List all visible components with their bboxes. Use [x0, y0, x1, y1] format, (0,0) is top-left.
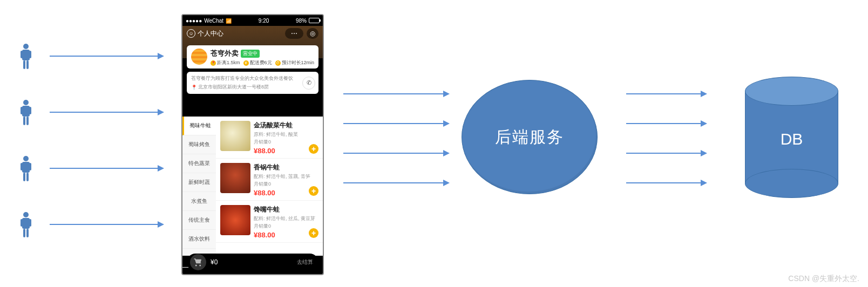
arrow-user-to-phone — [50, 224, 163, 225]
dish-image — [220, 205, 250, 235]
dish-list: 金汤酸菜牛蛙 原料: 鲜活牛蛙, 酸菜 月销量0 ¥88.00 + 香锅牛蛙 配… — [216, 117, 323, 256]
category-item[interactable]: 酒水饮料 — [182, 230, 216, 249]
arrow-phone-to-backend — [343, 153, 449, 154]
user-icon — [19, 155, 32, 182]
open-badge: 营业中 — [241, 50, 260, 58]
category-item[interactable]: 特色蒸菜 — [182, 154, 216, 173]
close-miniprogram-button[interactable]: ◎ — [307, 28, 318, 39]
arrow-phone-to-backend — [343, 123, 449, 124]
user-icon — [19, 43, 32, 70]
dish-sub: 配料: 鲜活牛蛙, 莲藕, 青笋 — [254, 173, 318, 180]
add-to-cart-button[interactable]: + — [309, 144, 318, 154]
battery-pct: 98% — [296, 18, 307, 24]
personal-center-link[interactable]: ☺ 个人中心 — [187, 29, 223, 38]
dish-name: 香锅牛蛙 — [254, 163, 318, 172]
arrow-backend-to-db — [626, 93, 706, 94]
arrow-backend-to-db — [626, 123, 706, 124]
backend-label: 后端服务 — [495, 126, 564, 148]
dish-sales: 月销量0 — [254, 139, 318, 146]
dish-name: 金汤酸菜牛蛙 — [254, 121, 318, 130]
dish-item[interactable]: 金汤酸菜牛蛙 原料: 鲜活牛蛙, 酸菜 月销量0 ¥88.00 + — [216, 117, 323, 159]
shop-description: 苍穹餐厅为顾客打造专业的大众化美食外送餐饮 📍北京市朝阳区新街大道一号楼8层 ✆ — [187, 72, 318, 94]
menu-area: 蜀味牛蛙 蜀味烤鱼 特色蒸菜 新鲜时蔬 水煮鱼 传统主食 酒水饮料 汤类 金汤酸… — [182, 117, 323, 256]
category-item[interactable]: 蜀味烤鱼 — [182, 135, 216, 154]
user-icon — [19, 99, 32, 126]
svg-rect-19 — [22, 218, 30, 229]
call-shop-button[interactable]: ✆ — [302, 77, 315, 90]
personal-center-label: 个人中心 — [198, 29, 223, 38]
pin-icon: 📍 — [191, 85, 197, 90]
svg-rect-4 — [23, 60, 25, 69]
category-item[interactable]: 蜀味牛蛙 — [182, 117, 216, 135]
arrow-phone-to-backend — [343, 182, 449, 183]
svg-rect-21 — [29, 219, 31, 227]
svg-rect-8 — [21, 107, 23, 114]
distance-chip: 📍距离1.5km — [211, 59, 240, 66]
cart-icon — [190, 254, 206, 270]
signal-dots-icon: ●●●●● — [186, 18, 202, 24]
add-to-cart-button[interactable]: + — [309, 228, 318, 238]
svg-point-6 — [23, 100, 29, 105]
status-bar: ●●●●● WeChat 9:20 98% — [182, 15, 323, 26]
arrow-user-to-phone — [50, 112, 163, 113]
carrier-label: WeChat — [204, 18, 223, 24]
dish-sales: 月销量0 — [254, 181, 318, 188]
arrow-phone-to-backend — [343, 93, 449, 94]
cart-total: ¥0 — [211, 258, 218, 266]
watermark: CSDN @失重外太空. — [788, 274, 859, 284]
shop-name: 苍穹外卖 — [211, 49, 239, 58]
svg-rect-16 — [23, 173, 25, 181]
more-button[interactable]: ⋯ — [285, 28, 303, 39]
dish-sub: 原料: 鲜活牛蛙, 酸菜 — [254, 131, 318, 138]
checkout-button[interactable]: 去结算 — [297, 258, 313, 266]
shop-card: 苍穹外卖 营业中 📍距离1.5km ¥配送费6元 ⏱预计时长12min — [187, 45, 318, 69]
svg-rect-14 — [21, 163, 23, 170]
svg-point-0 — [23, 44, 29, 49]
dish-item[interactable]: 馋嘴牛蛙 配料: 鲜活牛蛙, 丝瓜, 黄豆芽 月销量0 ¥88.00 + — [216, 201, 323, 243]
svg-rect-9 — [29, 107, 31, 114]
battery-icon — [309, 18, 320, 23]
svg-rect-7 — [22, 106, 30, 117]
svg-rect-2 — [21, 51, 23, 58]
shop-desc-text: 苍穹餐厅为顾客打造专业的大众化美食外送餐饮 — [191, 75, 314, 82]
svg-rect-1 — [22, 50, 30, 60]
dish-image — [220, 163, 250, 193]
arrow-user-to-phone — [50, 168, 163, 169]
svg-rect-11 — [26, 117, 29, 125]
svg-rect-20 — [21, 219, 23, 227]
cart-bar[interactable]: ¥0 去结算 — [187, 254, 318, 271]
avatar-icon: ☺ — [187, 29, 195, 38]
clock: 9:20 — [259, 18, 269, 24]
arrow-user-to-phone — [50, 56, 163, 57]
shop-logo-icon — [191, 49, 207, 65]
category-item[interactable]: 水煮鱼 — [182, 192, 216, 211]
user-icon — [19, 211, 32, 238]
add-to-cart-button[interactable]: + — [309, 186, 318, 196]
svg-rect-22 — [23, 229, 25, 237]
svg-rect-15 — [29, 163, 31, 170]
svg-point-18 — [23, 212, 29, 217]
eta-chip: ⏱预计时长12min — [275, 59, 315, 66]
arrow-backend-to-db — [626, 153, 706, 154]
dish-sales: 月销量0 — [254, 223, 318, 230]
arrow-backend-to-db — [626, 182, 706, 183]
svg-rect-23 — [26, 229, 29, 237]
phone-mock: ●●●●● WeChat 9:20 98% ☺ 个人中心 ⋯ ◎ — [182, 15, 323, 274]
dish-item[interactable]: 香锅牛蛙 配料: 鲜活牛蛙, 莲藕, 青笋 月销量0 ¥88.00 + — [216, 159, 323, 201]
database-node: DB — [745, 77, 838, 198]
db-label: DB — [745, 130, 838, 148]
category-item[interactable]: 传统主食 — [182, 211, 216, 230]
category-item[interactable]: 新鲜时蔬 — [182, 173, 216, 192]
dish-sub: 配料: 鲜活牛蛙, 丝瓜, 黄豆芽 — [254, 215, 318, 222]
category-list: 蜀味牛蛙 蜀味烤鱼 特色蒸菜 新鲜时蔬 水煮鱼 传统主食 酒水饮料 汤类 — [182, 117, 216, 256]
delivery-fee-chip: ¥配送费6元 — [243, 59, 272, 66]
svg-rect-13 — [22, 162, 30, 173]
wifi-icon — [226, 18, 232, 24]
svg-rect-10 — [23, 117, 25, 125]
svg-rect-17 — [26, 173, 29, 181]
dish-image — [220, 121, 250, 151]
shop-address: 北京市朝阳区新街大道一号楼8层 — [198, 84, 269, 91]
svg-point-12 — [23, 156, 29, 161]
dish-name: 馋嘴牛蛙 — [254, 205, 318, 214]
svg-rect-3 — [29, 51, 31, 58]
